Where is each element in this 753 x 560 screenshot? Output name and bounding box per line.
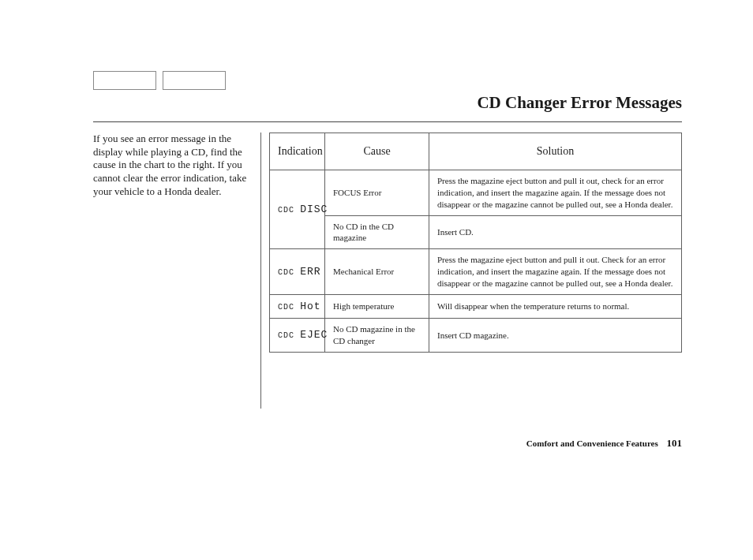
indication-prefix: CDC [278,206,294,215]
solution-cell: Press the magazine eject button and pull… [429,249,682,295]
solution-cell: Insert CD. [429,215,682,249]
column-divider [260,133,261,409]
th-indication: Indication [270,133,325,170]
table-row: CDC DISC FOCUS Error Press the magazine … [270,170,682,216]
indication-code: Hot [300,301,320,312]
th-solution: Solution [429,133,682,170]
table-row: CDC ERR Mechanical Error Press the magaz… [270,249,682,295]
solution-cell: Insert CD magazine. [429,319,682,353]
table-header-row: Indication Cause Solution [270,133,682,170]
indication-prefix: CDC [278,331,294,340]
solution-cell: Will disappear when the temperature retu… [429,294,682,319]
table-row: No CD in the CD magazine Insert CD. [270,215,682,249]
intro-text: If you see an error message in the displ… [93,133,260,457]
table-row: CDC EJEC No CD magazine in the CD change… [270,319,682,353]
tab-box-1 [93,71,156,90]
cause-cell: High temperature [325,294,429,319]
th-cause: Cause [325,133,429,170]
cause-cell: FOCUS Error [325,170,429,216]
error-table-container: Indication Cause Solution CDC DISC FOCUS… [269,133,682,457]
cause-cell: Mechanical Error [325,249,429,295]
page-title: CD Changer Error Messages [477,93,682,113]
header-tabs [93,71,226,90]
solution-cell: Press the magazine eject button and pull… [429,170,682,216]
indication-code: DISC [300,203,328,215]
indication-cell-err: CDC ERR [270,249,325,295]
indication-cell-ejec: CDC EJEC [270,319,325,353]
body-area: If you see an error message in the displ… [93,133,682,457]
indication-cell-hot: CDC Hot [270,294,325,319]
indication-code: EJEC [300,329,328,341]
title-rule [93,121,682,122]
indication-cell-disc: CDC DISC [270,170,325,249]
cause-cell: No CD in the CD magazine [325,215,429,249]
indication-code: ERR [300,266,320,278]
page-footer: Comfort and Convenience Features 101 [526,437,682,450]
footer-section: Comfort and Convenience Features [526,439,658,448]
tab-box-2 [163,71,226,90]
indication-prefix: CDC [278,268,294,277]
error-table: Indication Cause Solution CDC DISC FOCUS… [269,133,682,353]
indication-prefix: CDC [278,303,294,312]
table-row: CDC Hot High temperature Will disappear … [270,294,682,319]
footer-page-number: 101 [667,437,683,449]
cause-cell: No CD magazine in the CD changer [325,319,429,353]
